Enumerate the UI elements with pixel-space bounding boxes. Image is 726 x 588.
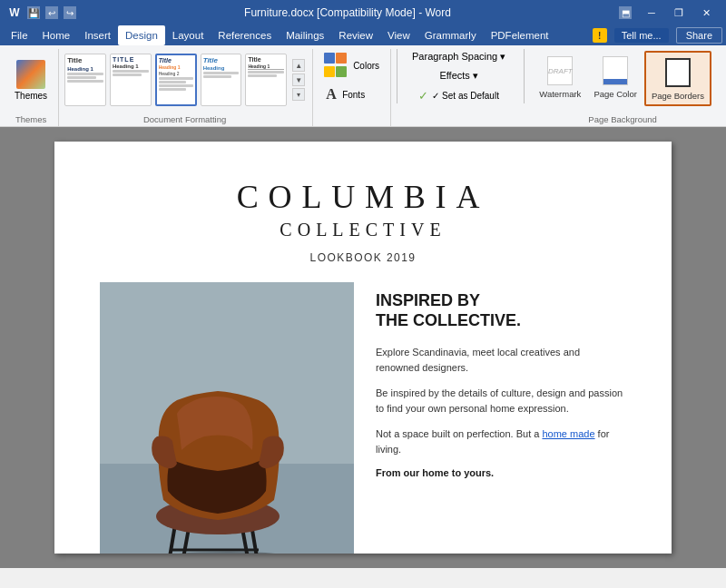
menu-design[interactable]: Design: [118, 25, 165, 45]
menu-view[interactable]: View: [380, 25, 417, 45]
heading-line2: THE COLLECTIVE.: [376, 311, 521, 329]
thumb-text: [113, 74, 142, 76]
watermark-label: Watermark: [539, 89, 581, 99]
document-heading: INSPIRED BY THE COLLECTIVE.: [376, 291, 626, 330]
quick-access-redo[interactable]: ↪: [64, 6, 76, 19]
ribbon-help-area: ! Tell me... Share: [593, 27, 722, 44]
page-color-icon-img: [603, 56, 628, 85]
document-title-main: COLUMBIA: [100, 178, 626, 216]
title-bar-right: ⬒ ─ ❐ ✕: [619, 0, 719, 25]
page-background-group: DRAFT Watermark Page Color: [530, 49, 719, 126]
scroll-down-button[interactable]: ▼: [292, 74, 305, 86]
document-paragraph-1: Explore Scandinavia, meet local creative…: [376, 345, 626, 375]
format-thumb-1[interactable]: Title Heading 1: [64, 54, 106, 106]
document-text-column: INSPIRED BY THE COLLECTIVE. Explore Scan…: [376, 282, 626, 478]
document-image: [100, 282, 354, 554]
format-thumb-3[interactable]: Title Heading 1 Heading 2: [155, 54, 197, 106]
page-color-icon: [601, 54, 630, 87]
document-area: COLUMBIA COLLECTIVE LOOKBOOK 2019: [0, 127, 726, 568]
document-formatting-group: Title Heading 1 TITLE Heading 1 Title He…: [61, 49, 313, 126]
ribbon-divider-2: [524, 49, 525, 103]
page-color-strip: [603, 79, 627, 84]
share-button[interactable]: Share: [676, 27, 722, 44]
color-swatch-green: [336, 66, 347, 77]
document-paragraph-2: Be inspired by the details of culture, d…: [376, 386, 626, 416]
page-borders-button[interactable]: Page Borders: [644, 51, 711, 106]
page-borders-label: Page Borders: [652, 91, 704, 101]
menu-mailings[interactable]: Mailings: [279, 25, 331, 45]
watermark-button[interactable]: DRAFT Watermark: [534, 51, 586, 103]
menu-pdfelement[interactable]: PDFelement: [484, 25, 556, 45]
themes-group-content: Themes: [11, 49, 51, 111]
menu-grammarly[interactable]: Grammarly: [417, 25, 484, 45]
paragraph-spacing-button[interactable]: Paragraph Spacing ▾: [407, 49, 511, 64]
ribbon: Themes Themes Title Heading 1 TITLE H: [0, 45, 726, 127]
thumb-text: [67, 76, 96, 79]
page-borders-icon-img: [665, 58, 691, 87]
heading-line1: INSPIRED BY: [376, 291, 480, 309]
scroll-more-button[interactable]: ▾: [292, 88, 305, 101]
effects-content: Paragraph Spacing ▾ Effects ▾ ✓ ✓ Set as…: [407, 49, 511, 126]
restore-button[interactable]: ❐: [666, 0, 692, 25]
watermark-icon: DRAFT: [545, 54, 574, 87]
menu-layout[interactable]: Layout: [165, 25, 211, 45]
ribbon-content: Themes Themes Title Heading 1 TITLE H: [0, 45, 726, 126]
themes-group-label: Themes: [11, 113, 51, 126]
page-background-label: Page Background: [534, 113, 711, 126]
set-default-button[interactable]: ✓ ✓ Set as Default: [413, 87, 505, 104]
page-borders-icon: [663, 56, 692, 89]
home-made-link[interactable]: home made: [542, 428, 594, 439]
chair-svg: [100, 282, 354, 554]
colors-label: Colors: [353, 61, 379, 71]
page-color-button[interactable]: Page Color: [588, 51, 643, 103]
document-lookbook: LOOKBOOK 2019: [100, 251, 626, 264]
thumb-text: [113, 70, 149, 73]
thumb-text: [159, 84, 193, 87]
colors-fonts-content: Colors A Fonts: [319, 49, 383, 126]
format-thumb-5[interactable]: Title Heading 1: [245, 54, 287, 106]
document-content-row: INSPIRED BY THE COLLECTIVE. Explore Scan…: [100, 282, 626, 554]
thumb-text: [248, 74, 277, 77]
themes-icon: [16, 60, 45, 89]
quick-access-save[interactable]: 💾: [27, 6, 40, 19]
paragraph3-text1: Not a space built on perfection. But a: [376, 428, 542, 439]
colors-button[interactable]: Colors: [319, 49, 383, 82]
thumb-text: [67, 73, 103, 75]
minimize-button[interactable]: ─: [639, 0, 664, 25]
scroll-up-button[interactable]: ▲: [292, 59, 305, 72]
ribbon-display-options[interactable]: ⬒: [619, 6, 632, 19]
watermark-icon-img: DRAFT: [547, 56, 573, 85]
menu-bar: File Home Insert Design Layout Reference…: [0, 25, 726, 45]
window-controls: ─ ❐ ✕: [639, 0, 719, 25]
menu-review[interactable]: Review: [331, 25, 380, 45]
page-bg-content: DRAFT Watermark Page Color: [534, 49, 711, 111]
thumb-text: [159, 77, 193, 80]
window-title: Furniture.docx [Compatibility Mode] - Wo…: [76, 6, 619, 19]
document-title-sub: COLLECTIVE: [100, 220, 626, 240]
page-color-label: Page Color: [594, 89, 637, 99]
word-app-icon: W: [7, 5, 22, 20]
effects-group: Paragraph Spacing ▾ Effects ▾ ✓ ✓ Set as…: [403, 49, 518, 126]
set-default-label: ✓ Set as Default: [432, 91, 499, 101]
color-swatch-orange: [336, 53, 347, 64]
effects-button[interactable]: Effects ▾: [434, 68, 483, 83]
colors-icon: [322, 51, 351, 80]
tell-me-help[interactable]: Tell me...: [614, 28, 669, 43]
menu-file[interactable]: File: [4, 25, 35, 45]
themes-button[interactable]: Themes: [11, 58, 51, 103]
format-thumb-2[interactable]: TITLE Heading 1: [110, 54, 152, 106]
fonts-label: Fonts: [342, 90, 365, 100]
quick-access-undo[interactable]: ↩: [45, 6, 58, 19]
format-scroll-arrows: ▲ ▼ ▾: [292, 59, 305, 101]
menu-home[interactable]: Home: [35, 25, 78, 45]
thumb-text: [67, 80, 103, 83]
format-thumb-4[interactable]: Title Heading: [201, 54, 242, 106]
menu-references[interactable]: References: [211, 25, 279, 45]
fonts-button[interactable]: A Fonts: [319, 83, 368, 105]
close-button[interactable]: ✕: [693, 0, 719, 25]
title-bar: W 💾 ↩ ↪ Furniture.docx [Compatibility Mo…: [0, 0, 726, 25]
doc-format-label: Document Formatting: [64, 113, 305, 126]
thumb-text: [248, 71, 284, 74]
menu-insert[interactable]: Insert: [77, 25, 118, 45]
title-bar-left: W 💾 ↩ ↪: [7, 5, 76, 20]
